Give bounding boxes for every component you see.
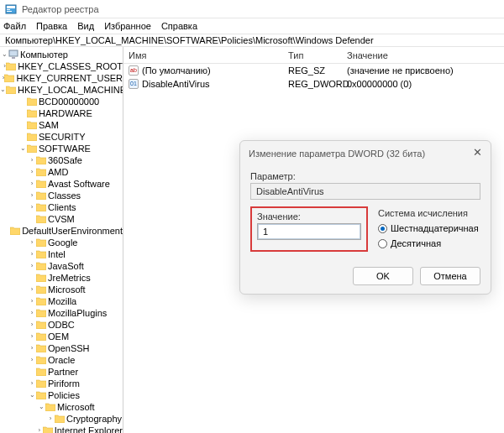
tree-item[interactable]: ›ODBC [0,319,123,331]
folder-icon [36,390,46,400]
chevron-right-icon[interactable]: › [28,319,36,331]
radio-hex-button[interactable] [378,224,387,233]
col-header-name[interactable]: Имя [123,50,283,60]
tree-item[interactable]: JreMetrics [0,272,123,284]
menu-favorites[interactable]: Избранное [104,21,151,31]
tree-pane[interactable]: ⌄Компьютер›HKEY_CLASSES_ROOT›HKEY_CURREN… [0,47,123,433]
tree-item[interactable]: ›Internet Explorer [0,425,123,433]
tree-item-label: Partner [48,366,78,378]
folder-icon [36,167,46,177]
chevron-right-icon[interactable]: › [28,307,36,319]
chevron-right-icon[interactable]: › [28,237,36,248]
tree-item[interactable]: ⌄SOFTWARE [0,143,123,154]
chevron-right-icon[interactable]: › [28,342,36,354]
tree-item[interactable]: Partner [0,366,123,378]
folder-icon [27,97,37,107]
chevron-down-icon[interactable]: ⌄ [37,401,45,413]
menu-view[interactable]: Вид [77,21,94,31]
tree-item[interactable]: HARDWARE [0,107,123,119]
chevron-right-icon[interactable]: › [28,260,36,272]
tree-item[interactable]: ›Microsoft [0,284,123,295]
radio-dec[interactable]: Десятичная [378,237,480,250]
chevron-down-icon[interactable]: ⌄ [0,84,6,96]
chevron-right-icon[interactable]: › [28,201,36,213]
chevron-right-icon[interactable]: › [46,413,55,425]
chevron-right-icon[interactable]: › [28,166,36,178]
edit-dword-dialog: Изменение параметра DWORD (32 бита) ✕ Па… [239,140,491,295]
tree-item-label: CVSM [48,213,75,225]
value-row[interactable]: 01DisableAntiVirusREG_DWORD0x00000000 (0… [123,77,504,91]
col-header-value[interactable]: Значение [342,50,504,60]
tree-item-label: HKEY_CLASSES_ROOT [18,60,123,72]
folder-icon [4,73,14,83]
chevron-right-icon[interactable]: › [28,284,36,295]
tree-item-label: JavaSoft [48,260,84,272]
address-path: Компьютер\HKEY_LOCAL_MACHINE\SOFTWARE\Po… [5,35,374,45]
tree-item-label: Classes [48,190,81,201]
tree-item[interactable]: CVSM [0,213,123,225]
menu-file[interactable]: Файл [3,21,26,31]
tree-item[interactable]: ›Google [0,237,123,248]
dialog-titlebar[interactable]: Изменение параметра DWORD (32 бита) ✕ [240,141,491,166]
tree-item[interactable]: ⌄Microsoft [0,401,123,413]
radio-dec-button[interactable] [378,239,387,248]
chevron-right-icon[interactable]: › [28,331,36,342]
tree-item[interactable]: ›Clients [0,201,123,213]
string-value-icon: ab [129,65,139,76]
chevron-right-icon[interactable]: › [28,178,36,190]
tree-item[interactable]: ›HKEY_CURRENT_USER [0,72,123,84]
chevron-right-icon[interactable]: › [28,378,36,389]
tree-item-label: Google [48,237,77,248]
tree-item[interactable]: ›Oracle [0,354,123,366]
cancel-button[interactable]: Отмена [420,267,480,285]
tree-item[interactable]: ›Mozilla [0,295,123,307]
tree-item[interactable]: ⌄Компьютер [0,49,123,60]
chevron-right-icon[interactable]: › [28,154,36,166]
close-icon[interactable]: ✕ [470,146,484,159]
chevron-right-icon[interactable]: › [28,295,36,307]
tree-item[interactable]: ›Piriform [0,378,123,389]
value-row[interactable]: ab(По умолчанию)REG_SZ(значение не присв… [123,64,504,77]
tree-item[interactable]: ⌄HKEY_LOCAL_MACHINE [0,84,123,96]
tree-item[interactable]: ›Classes [0,190,123,201]
col-header-type[interactable]: Тип [283,50,342,60]
tree-item[interactable]: ›HKEY_CLASSES_ROOT [0,60,123,72]
tree-item[interactable]: ›Avast Software [0,178,123,190]
menu-help[interactable]: Справка [161,21,197,31]
folder-icon [36,261,46,271]
menu-edit[interactable]: Правка [36,21,67,31]
chevron-right-icon[interactable]: › [28,354,36,366]
chevron-right-icon[interactable]: › [28,190,36,201]
folder-icon [36,273,46,283]
tree-item[interactable]: ›MozillaPlugins [0,307,123,319]
tree-item-label: Oracle [48,354,75,366]
tree-item[interactable]: ›OpenSSH [0,342,123,354]
tree-item[interactable]: ›Intel [0,248,123,260]
tree-item[interactable]: DefaultUserEnvironment [0,225,123,237]
chevron-down-icon[interactable]: ⌄ [28,389,36,401]
folder-icon [36,190,46,201]
tree-item[interactable]: ›JavaSoft [0,260,123,272]
tree-item-label: Компьютер [20,49,68,60]
tree-item[interactable]: ›AMD [0,166,123,178]
tree-item[interactable]: ⌄Policies [0,389,123,401]
chevron-right-icon[interactable]: › [36,425,43,433]
tree-item[interactable]: SECURITY [0,131,123,143]
value-input[interactable] [257,223,361,240]
chevron-right-icon[interactable]: › [28,248,36,260]
folder-icon [10,226,20,236]
tree-item-label: Clients [48,201,76,213]
tree-item-label: SECURITY [39,131,86,143]
chevron-down-icon[interactable]: ⌄ [0,49,8,60]
value-type: REG_SZ [283,65,342,76]
tree-item[interactable]: ›OEM [0,331,123,342]
tree-item[interactable]: SAM [0,119,123,131]
tree-item[interactable]: ›Cryptography [0,413,123,425]
tree-item[interactable]: BCD00000000 [0,96,123,107]
binary-value-icon: 01 [129,79,139,89]
address-bar[interactable]: Компьютер\HKEY_LOCAL_MACHINE\SOFTWARE\Po… [0,34,504,47]
ok-button[interactable]: OK [353,267,413,285]
chevron-down-icon[interactable]: ⌄ [18,143,27,154]
radio-hex[interactable]: Шестнадцатеричная [378,222,480,235]
tree-item[interactable]: ›360Safe [0,154,123,166]
